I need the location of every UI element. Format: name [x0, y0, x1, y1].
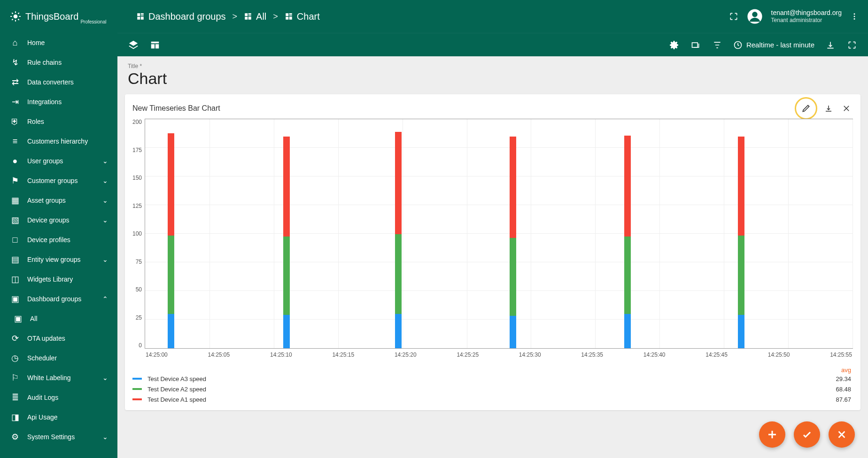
more-menu-icon[interactable] — [850, 12, 859, 21]
sidebar-item-audit-logs[interactable]: ≣Audit Logs — [0, 388, 117, 407]
edit-widget-button[interactable] — [795, 97, 817, 120]
breadcrumb-root-label: Dashboard groups — [148, 11, 226, 22]
dashboard-icon — [136, 12, 145, 21]
svg-rect-3 — [141, 15, 144, 16]
y-tick: 0 — [132, 342, 142, 349]
sidebar-item-label: Customers hierarchy — [27, 137, 88, 145]
sidebar-item-label: Device profiles — [27, 236, 70, 244]
sidebar-item-api-usage[interactable]: ◨Api Usage — [0, 407, 117, 427]
nav-icon: ⌂ — [9, 38, 21, 48]
logo-icon — [9, 10, 22, 23]
x-tick: 14:25:50 — [768, 351, 790, 358]
sidebar-item-label: Widgets Library — [27, 275, 73, 283]
nav-icon: ⟳ — [9, 333, 21, 344]
nav-icon: ▤ — [9, 254, 21, 265]
bar-segment — [283, 137, 290, 237]
y-tick: 150 — [132, 175, 142, 181]
y-tick: 100 — [132, 230, 142, 237]
apply-fab[interactable] — [794, 421, 820, 448]
x-tick: 14:25:15 — [332, 351, 354, 358]
user-info[interactable]: tenant@thingsboard.org Tenant administra… — [771, 8, 842, 24]
user-avatar-icon[interactable] — [747, 8, 763, 24]
add-widget-fab[interactable] — [759, 421, 785, 448]
dashboard-icon — [285, 12, 293, 21]
chevron-down-icon: ⌄ — [102, 433, 108, 441]
breadcrumb-all[interactable]: All — [244, 11, 266, 22]
export-icon[interactable] — [825, 39, 836, 51]
sidebar-item-home[interactable]: ⌂Home — [0, 33, 117, 53]
chevron-down-icon: ⌄ — [102, 177, 108, 184]
svg-rect-4 — [137, 17, 140, 20]
clock-icon — [733, 40, 743, 50]
settings-icon[interactable] — [668, 39, 680, 51]
breadcrumb-separator: > — [273, 12, 278, 22]
sidebar-item-white-labeling[interactable]: ⚐White Labeling⌄ — [0, 368, 117, 388]
content: Title * Chart New Timeseries Bar Chart — [117, 56, 868, 458]
plot-area — [145, 119, 853, 349]
nav-icon: ⚙ — [9, 432, 21, 442]
sidebar-item-entity-view-groups[interactable]: ▤Entity view groups⌄ — [0, 250, 117, 269]
legend-row[interactable]: Test Device A2 speed68.48 — [132, 384, 853, 394]
sidebar-item-device-groups[interactable]: ▧Device groups⌄ — [0, 210, 117, 230]
nav-icon: ▣ — [12, 313, 23, 324]
legend-avg-value: 68.48 — [836, 386, 853, 393]
sidebar-item-customer-groups[interactable]: ⚑Customer groups⌄ — [0, 171, 117, 191]
timewindow-button[interactable]: Realtime - last minute — [733, 40, 814, 50]
x-tick: 14:25:20 — [395, 351, 417, 358]
bar-segment — [395, 314, 402, 349]
svg-rect-23 — [155, 44, 159, 48]
sidebar-item-rule-chains[interactable]: ↯Rule chains — [0, 53, 117, 72]
sidebar-subitem-all[interactable]: ▣All — [0, 309, 117, 328]
breadcrumb-chart[interactable]: Chart — [285, 11, 320, 22]
sidebar-item-widgets-library[interactable]: ◫Widgets Library — [0, 269, 117, 289]
export-widget-button[interactable] — [822, 102, 835, 115]
sidebar-item-label: Asset groups — [27, 197, 66, 204]
sidebar-item-integrations[interactable]: ⇥Integrations — [0, 92, 117, 112]
breadcrumb-dashboard-groups[interactable]: Dashboard groups — [136, 11, 226, 22]
svg-rect-1 — [137, 13, 140, 16]
bar-stack — [624, 136, 631, 348]
sidebar-item-system-settings[interactable]: ⚙System Settings⌄ — [0, 427, 117, 447]
sidebar-item-ota-updates[interactable]: ⟳OTA updates — [0, 328, 117, 348]
bar-stack — [395, 132, 402, 348]
svg-point-20 — [854, 18, 855, 20]
sidebar-item-device-profiles[interactable]: □Device profiles — [0, 230, 117, 250]
y-tick: 125 — [132, 203, 142, 209]
legend-swatch — [132, 398, 142, 400]
sidebar-item-dashboard-groups[interactable]: ▣Dashboard groups⌃ — [0, 289, 117, 309]
sidebar-item-label: Entity view groups — [27, 256, 81, 263]
fullscreen-icon[interactable] — [729, 12, 738, 21]
svg-rect-2 — [141, 13, 144, 15]
sidebar-item-asset-groups[interactable]: ▦Asset groups⌄ — [0, 191, 117, 210]
close-fab[interactable] — [829, 421, 855, 448]
x-tick: 14:25:10 — [270, 351, 292, 358]
filter-icon[interactable] — [712, 39, 723, 51]
nav-icon: ↯ — [9, 57, 21, 68]
sidebar-item-user-groups[interactable]: ●User groups⌄ — [0, 151, 117, 171]
bar-segment — [510, 316, 516, 348]
entity-aliases-icon[interactable] — [690, 39, 701, 51]
sidebar-item-customers-hierarchy[interactable]: ≡Customers hierarchy — [0, 131, 117, 151]
legend-row[interactable]: Test Device A1 speed87.67 — [132, 394, 853, 405]
x-tick: 14:25:40 — [643, 351, 666, 358]
logo[interactable]: ThingsBoard Professional — [0, 0, 117, 33]
dashboard-toolbar: Realtime - last minute — [117, 33, 868, 56]
svg-point-0 — [14, 15, 18, 19]
layouts-icon[interactable] — [149, 39, 161, 51]
dashboard-title-block[interactable]: Title * Chart — [125, 60, 860, 92]
svg-rect-8 — [248, 15, 251, 16]
svg-rect-21 — [151, 41, 159, 43]
sidebar-item-scheduler[interactable]: ◷Scheduler — [0, 348, 117, 368]
sidebar-item-label: Data converters — [27, 78, 74, 86]
legend-row[interactable]: Test Device A3 speed29.34 — [132, 374, 853, 384]
remove-widget-button[interactable] — [840, 102, 853, 115]
x-axis: 14:25:0014:25:0514:25:1014:25:1514:25:20… — [145, 351, 853, 358]
enter-fullscreen-icon[interactable] — [846, 39, 858, 51]
sidebar-item-roles[interactable]: ⛨Roles — [0, 112, 117, 131]
layers-icon[interactable] — [128, 39, 139, 51]
sidebar-item-label: Scheduler — [27, 354, 57, 362]
legend-swatch — [132, 388, 142, 390]
sidebar-item-data-converters[interactable]: ⇄Data converters — [0, 72, 117, 92]
sidebar-item-label: System Settings — [27, 433, 75, 441]
widget-header: New Timeseries Bar Chart — [132, 102, 853, 115]
